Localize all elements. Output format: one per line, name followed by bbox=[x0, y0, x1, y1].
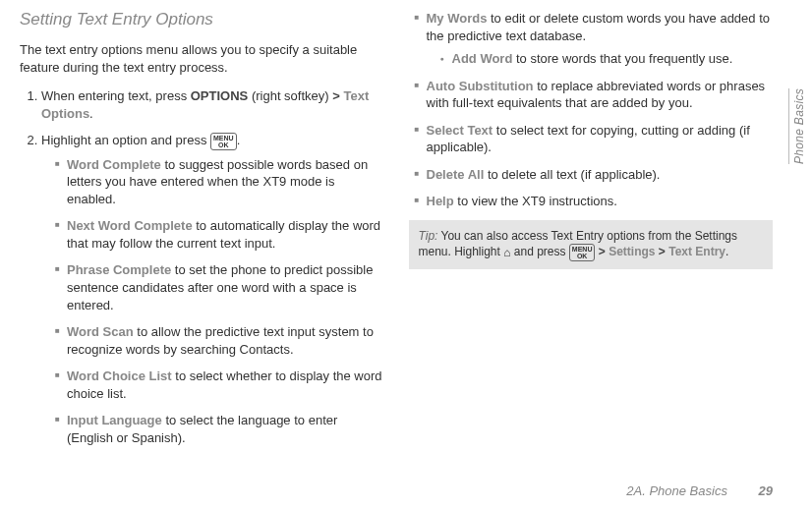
intro-text: The text entry options menu allows you t… bbox=[20, 41, 384, 76]
step2-options: Word Complete to suggest possible words … bbox=[41, 156, 384, 447]
opt-my-words: My Words to edit or delete custom words … bbox=[415, 10, 774, 68]
options-softkey: OPTIONS bbox=[191, 88, 249, 103]
right-options: My Words to edit or delete custom words … bbox=[409, 10, 774, 210]
ok-key-icon: MENUOK bbox=[569, 244, 596, 261]
tip-label: Tip: bbox=[419, 229, 438, 243]
step2-text-b: . bbox=[237, 133, 241, 147]
opt-word-scan: Word Scan to allow the predictive text i… bbox=[55, 323, 384, 358]
steps-list: When entering text, press OPTIONS (right… bbox=[20, 87, 384, 446]
page-content: Setting Text Entry Options The text entr… bbox=[0, 0, 812, 452]
term: Word Choice List bbox=[67, 368, 172, 383]
gt-symbol: > bbox=[599, 245, 606, 258]
opt-delete-all: Delete All to delete all text (if applic… bbox=[415, 166, 774, 184]
desc: to delete all text (if applicable). bbox=[484, 167, 660, 182]
gt-symbol: > bbox=[332, 88, 340, 103]
term: My Words bbox=[427, 11, 488, 26]
opt-auto-substitution: Auto Substitution to replace abbreviated… bbox=[415, 78, 774, 112]
opt-next-word-complete: Next Word Complete to automatically disp… bbox=[55, 217, 384, 252]
step2-text-a: Highlight an option and press bbox=[41, 133, 210, 147]
opt-help: Help to view the XT9 instructions. bbox=[415, 193, 774, 210]
right-column: My Words to edit or delete custom words … bbox=[409, 10, 774, 452]
my-words-sub: Add Word to store words that you frequen… bbox=[427, 50, 774, 68]
opt-add-word: Add Word to store words that you frequen… bbox=[440, 50, 774, 68]
step1-text-a: When entering text, press bbox=[41, 88, 191, 103]
ok-key-icon: MENUOK bbox=[210, 133, 237, 150]
opt-input-language: Input Language to select the language to… bbox=[55, 412, 384, 446]
opt-word-choice-list: Word Choice List to select whether to di… bbox=[55, 368, 384, 402]
term: Auto Substitution bbox=[427, 79, 534, 93]
tip-box: Tip: You can also access Text Entry opti… bbox=[409, 220, 774, 269]
term: Help bbox=[427, 194, 454, 208]
settings-label: Settings bbox=[609, 245, 655, 258]
page-footer: 2A. Phone Basics 29 bbox=[626, 483, 773, 498]
tip-text-b: and press bbox=[510, 245, 568, 258]
opt-phrase-complete: Phrase Complete to set the phone to pred… bbox=[55, 261, 384, 313]
desc: to view the XT9 instructions. bbox=[454, 194, 617, 208]
step1-text-d: . bbox=[89, 106, 93, 121]
tip-text-d: . bbox=[725, 245, 728, 258]
footer-section: 2A. Phone Basics bbox=[626, 483, 727, 498]
left-column: Setting Text Entry Options The text entr… bbox=[20, 10, 384, 452]
term: Add Word bbox=[452, 51, 513, 66]
opt-select-text: Select Text to select text for copying, … bbox=[415, 122, 774, 156]
term: Phrase Complete bbox=[67, 262, 171, 277]
text-entry-label: Text Entry bbox=[668, 245, 725, 258]
term: Next Word Complete bbox=[67, 218, 193, 233]
step-1: When entering text, press OPTIONS (right… bbox=[41, 87, 384, 122]
term: Word Scan bbox=[67, 324, 134, 339]
section-title: Setting Text Entry Options bbox=[20, 10, 384, 29]
opt-word-complete: Word Complete to suggest possible words … bbox=[55, 156, 384, 208]
page-number: 29 bbox=[759, 483, 773, 498]
step-2: Highlight an option and press MENUOK. Wo… bbox=[41, 132, 384, 446]
side-tab: Phone Basics bbox=[788, 88, 806, 164]
term: Word Complete bbox=[67, 157, 161, 172]
term: Delete All bbox=[427, 167, 485, 182]
step1-text-b: (right softkey) bbox=[248, 88, 332, 103]
desc: to store words that you frequently use. bbox=[512, 51, 732, 66]
term: Input Language bbox=[67, 413, 162, 427]
gt-symbol: > bbox=[659, 245, 666, 258]
term: Select Text bbox=[427, 123, 493, 138]
